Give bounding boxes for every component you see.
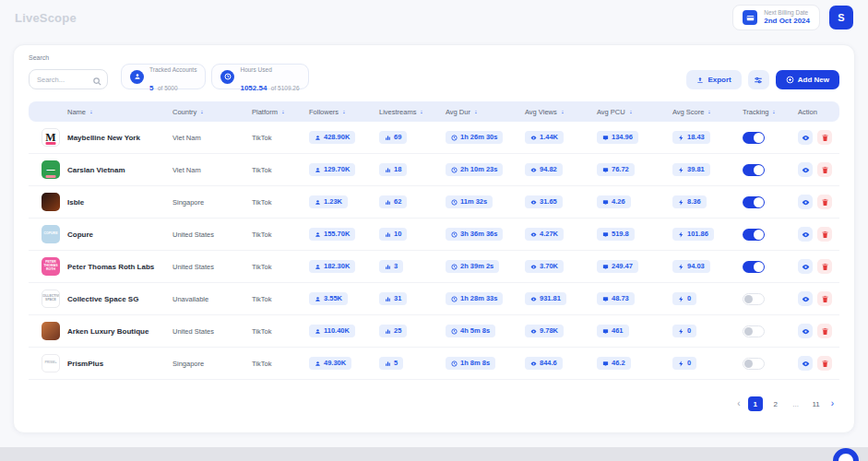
avg-score-badge: 101.86 — [672, 228, 714, 241]
delete-button[interactable] — [817, 291, 832, 306]
view-button[interactable] — [798, 356, 813, 371]
bolt-icon — [678, 199, 684, 206]
column-header-avg_pcu[interactable]: Avg PCU — [589, 108, 665, 116]
billing-label: Next Billing Date — [764, 9, 810, 17]
stat-value: 5 — [149, 84, 153, 92]
filter-button[interactable] — [748, 70, 769, 89]
views-icon — [530, 135, 537, 141]
view-button[interactable] — [798, 324, 813, 338]
sort-icon[interactable] — [341, 109, 347, 115]
table-body: M Maybelline New York Viet Nam TikTok 42… — [29, 122, 839, 380]
trash-icon — [821, 134, 829, 142]
followers-badge: 110.40K — [309, 325, 355, 337]
pagination-prev[interactable]: ‹ — [735, 399, 742, 408]
avg-dur-badge: 1h 28m 33s — [446, 292, 503, 305]
avg-dur-badge: 1h 26m 30s — [446, 131, 503, 144]
monitor-icon — [602, 264, 609, 270]
sort-icon[interactable] — [89, 109, 94, 115]
view-button[interactable] — [798, 195, 813, 209]
sort-icon[interactable] — [473, 109, 479, 115]
views-icon — [530, 167, 537, 173]
pagination-ellipsis: ... — [789, 396, 803, 411]
column-header-country[interactable]: Country — [165, 108, 244, 116]
column-header-platform[interactable]: Platform — [244, 108, 302, 116]
accounts-table: Name Country Platform Followers Livestre… — [29, 101, 839, 380]
column-header-livestreams[interactable]: Livestreams — [372, 108, 438, 116]
sort-icon[interactable] — [560, 109, 565, 115]
export-button[interactable]: Export — [686, 70, 741, 89]
topbar-right: Next Billing Date 2nd Oct 2024 S — [732, 5, 853, 30]
pagination-page[interactable]: 11 — [809, 396, 824, 411]
export-icon — [696, 77, 704, 84]
sort-icon[interactable] — [419, 109, 424, 115]
column-header-tracking[interactable]: Tracking — [735, 108, 791, 116]
main-card: Search Tracked Accounts 5 of 5000 — [13, 44, 855, 433]
platform-value: TikTok — [252, 134, 271, 142]
view-button[interactable] — [798, 162, 813, 177]
delete-button[interactable] — [817, 356, 832, 371]
column-header-followers[interactable]: Followers — [302, 108, 372, 116]
avg-views-badge: 1.44K — [525, 131, 564, 144]
bolt-icon — [678, 296, 684, 302]
column-header-action[interactable]: Action — [791, 108, 841, 116]
bolt-icon — [678, 135, 684, 141]
account-avatar: — — [42, 160, 60, 179]
platform-value: TikTok — [252, 198, 271, 207]
tracking-toggle[interactable] — [743, 132, 765, 144]
table-row: COLLECTIVE SPACE Collective Space SG Una… — [29, 283, 839, 315]
trash-icon — [821, 263, 829, 271]
tracking-toggle[interactable] — [743, 164, 765, 176]
users-icon — [130, 70, 144, 84]
view-button[interactable] — [798, 227, 813, 242]
platform-value: TikTok — [252, 263, 271, 271]
bolt-icon — [678, 328, 684, 335]
view-button[interactable] — [798, 259, 813, 274]
table-header-row: Name Country Platform Followers Livestre… — [29, 101, 839, 122]
tracking-toggle[interactable] — [743, 325, 765, 337]
tracking-toggle[interactable] — [743, 229, 765, 241]
sort-icon[interactable] — [771, 109, 777, 115]
avg-dur-badge: 1h 8m 8s — [446, 357, 495, 370]
delete-button[interactable] — [817, 259, 832, 274]
column-header-avg_score[interactable]: Avg Score — [665, 108, 735, 116]
delete-button[interactable] — [817, 162, 832, 177]
tracking-toggle[interactable] — [743, 196, 765, 208]
tracked-accounts-badge: Tracked Accounts 5 of 5000 — [121, 64, 206, 89]
view-button[interactable] — [798, 291, 813, 306]
column-header-name[interactable]: Name — [29, 108, 165, 116]
trash-icon — [821, 230, 829, 239]
search-icon — [92, 74, 102, 84]
sort-icon[interactable] — [628, 109, 634, 115]
tracking-toggle[interactable] — [743, 293, 765, 305]
chart-icon — [385, 264, 391, 270]
account-name: Peter Thomas Roth Labs — [67, 263, 154, 271]
delete-button[interactable] — [817, 324, 832, 338]
stat-badges: Tracked Accounts 5 of 5000 Hours Used 10… — [121, 64, 309, 89]
followers-badge: 129.70K — [309, 163, 355, 176]
tracking-toggle[interactable] — [743, 261, 765, 273]
tracking-toggle[interactable] — [743, 358, 765, 370]
sort-icon[interactable] — [707, 109, 712, 115]
sort-icon[interactable] — [199, 109, 205, 115]
eye-icon — [802, 263, 810, 271]
column-header-avg_dur[interactable]: Avg Dur — [438, 108, 517, 116]
sort-icon[interactable] — [280, 109, 286, 115]
delete-button[interactable] — [817, 130, 832, 145]
clock-icon — [451, 231, 458, 238]
country-value: Singapore — [172, 198, 204, 207]
plus-circle-icon — [786, 76, 794, 84]
account-name: Isble — [67, 198, 84, 207]
delete-button[interactable] — [817, 195, 832, 209]
avg-pcu-badge: 249.47 — [597, 260, 638, 273]
pagination-next[interactable]: › — [829, 399, 836, 408]
column-header-avg_views[interactable]: Avg Views — [517, 108, 589, 116]
chart-icon — [385, 361, 391, 367]
livestreams-badge: 3 — [379, 260, 403, 273]
pagination-page[interactable]: 1 — [748, 396, 763, 411]
user-avatar[interactable]: S — [829, 6, 853, 30]
pagination-page[interactable]: 2 — [768, 396, 783, 411]
view-button[interactable] — [798, 130, 813, 145]
delete-button[interactable] — [817, 227, 832, 242]
account-avatar — [42, 193, 60, 211]
add-new-button[interactable]: Add New — [776, 70, 839, 89]
